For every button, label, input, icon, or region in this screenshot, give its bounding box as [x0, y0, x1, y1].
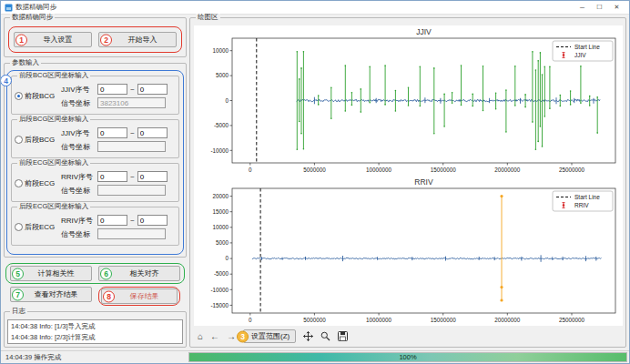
- svg-text:JJIV: JJIV: [574, 52, 586, 58]
- rriv-from-spinbox[interactable]: [97, 215, 127, 226]
- svg-text:RRIV: RRIV: [414, 177, 433, 187]
- svg-text:5000000: 5000000: [303, 317, 326, 323]
- rear-ecg-coord-field[interactable]: [97, 228, 166, 239]
- jjiv-plot[interactable]: 0500000010000000150000002000000025000000…: [194, 25, 623, 176]
- sync-group-title: 数据精确同步: [10, 14, 55, 21]
- progress-bar: 100%: [188, 352, 627, 362]
- svg-text:15000000: 15000000: [431, 167, 457, 173]
- window-controls: ─ ☐ ✕: [574, 1, 625, 14]
- rear-bcg-radio-label: 后段BCG: [25, 135, 55, 145]
- jjiv-index-label: JJIV序号: [61, 85, 95, 95]
- view-align-result-label: 查看对齐结果: [35, 289, 78, 299]
- rear-ecg-radio[interactable]: 后段ECG: [15, 222, 58, 232]
- front-ecg-coord-field[interactable]: [97, 185, 166, 196]
- maximize-button[interactable]: ☐: [591, 1, 608, 14]
- home-icon[interactable]: ⌂: [198, 332, 203, 341]
- svg-text:25000000: 25000000: [559, 317, 585, 323]
- jjiv-from-spinbox[interactable]: [97, 84, 127, 95]
- plot-toolbar: ⌂ ← → 3 设置范围(Z): [198, 328, 348, 345]
- svg-text:10000000: 10000000: [366, 317, 392, 323]
- range-tilde: ~: [130, 173, 135, 181]
- main-area: 数据精确同步 1 导入设置 2 开始导入 参数输入 4: [1, 15, 629, 350]
- import-settings-label: 导入设置: [44, 35, 73, 45]
- left-panel: 数据精确同步 1 导入设置 2 开始导入 参数输入 4: [4, 17, 187, 348]
- annotation-box-params: 4 前段BCG区间坐标输入 前段BCG JJIV序号: [6, 70, 184, 255]
- annotation-badge-8: 8: [103, 290, 115, 302]
- log-output: 14:04:38 Info: [1/3]导入完成 14:04:38 Info: …: [7, 319, 183, 344]
- front-bcg-coord-field[interactable]: [97, 97, 166, 108]
- svg-text:10000: 10000: [212, 47, 229, 54]
- front-ecg-section: 前段ECG区间坐标输入 前段ECG RRIV序号 ~: [11, 163, 179, 202]
- svg-text:0: 0: [225, 255, 229, 261]
- import-settings-button[interactable]: 1 导入设置: [14, 32, 92, 47]
- svg-text:20000000: 20000000: [494, 317, 521, 323]
- svg-text:0: 0: [249, 317, 252, 323]
- radio-dot-icon: [15, 223, 23, 231]
- svg-text:RRIV: RRIV: [574, 202, 589, 208]
- params-group-title: 参数输入: [10, 59, 41, 66]
- front-ecg-section-title: 前段ECG区间坐标输入: [17, 159, 90, 167]
- rriv-index-label: RRIV序号: [61, 216, 95, 226]
- svg-text:5000000: 5000000: [303, 167, 326, 173]
- save-result-button[interactable]: 8 保存结果: [101, 288, 178, 304]
- front-ecg-radio[interactable]: 前段ECG: [15, 178, 58, 188]
- radio-dot-icon: [15, 136, 23, 144]
- log-line: 14:04:38 Info: [2/3]计算完成: [11, 332, 179, 343]
- actions-row-2: 7 查看对齐结果 8 保存结果: [5, 287, 185, 306]
- annotation-badge-6: 6: [100, 268, 112, 279]
- signal-coord-label: 信号坐标: [61, 229, 95, 239]
- annotation-box-save: 8 保存结果: [98, 287, 180, 306]
- rriv-to-spinbox[interactable]: [137, 215, 168, 226]
- calc-correlation-button[interactable]: 5 计算相关性: [10, 266, 92, 281]
- rriv-from-spinbox[interactable]: [97, 171, 127, 182]
- forward-arrow-icon[interactable]: →: [227, 332, 236, 341]
- status-message: 14:04:39 操作完成: [5, 353, 61, 362]
- rriv-index-label: RRIV序号: [61, 172, 95, 182]
- correlation-align-button[interactable]: 6 相关对齐: [98, 266, 180, 281]
- minimize-button[interactable]: ─: [574, 1, 591, 14]
- svg-text:5000: 5000: [216, 72, 229, 78]
- signal-coord-label: 信号坐标: [61, 142, 95, 152]
- svg-text:JJIV: JJIV: [416, 27, 432, 36]
- jjiv-to-spinbox[interactable]: [137, 127, 168, 138]
- rear-bcg-radio[interactable]: 后段BCG: [15, 135, 58, 145]
- rear-bcg-coord-field[interactable]: [97, 141, 166, 152]
- pan-icon[interactable]: [303, 331, 313, 341]
- svg-text:-15000: -15000: [210, 302, 229, 308]
- back-arrow-icon[interactable]: ←: [210, 332, 219, 341]
- statusbar: 14:04:39 操作完成 100%: [1, 350, 629, 363]
- view-align-result-button[interactable]: 7 查看对齐结果: [10, 287, 92, 302]
- set-range-button[interactable]: 3 设置范围(Z): [243, 329, 296, 343]
- rear-bcg-section: 后段BCG区间坐标输入 后段BCG JJIV序号 ~: [11, 119, 179, 158]
- start-import-label: 开始导入: [128, 35, 158, 45]
- rriv-plot[interactable]: 0500000010000000150000002000000025000000…: [194, 176, 623, 326]
- svg-text:-5000: -5000: [214, 270, 229, 277]
- start-import-button[interactable]: 2 开始导入: [98, 32, 177, 47]
- calc-correlation-label: 计算相关性: [38, 268, 75, 278]
- save-result-label: 保存结果: [130, 291, 159, 301]
- front-ecg-radio-label: 前段ECG: [25, 178, 55, 188]
- rear-bcg-section-title: 后段BCG区间坐标输入: [17, 116, 90, 123]
- rriv-to-spinbox[interactable]: [137, 171, 168, 182]
- params-groupbox: 参数输入 4 前段BCG区间坐标输入 前段BCG JJIV序号: [4, 63, 187, 258]
- close-button[interactable]: ✕: [608, 1, 625, 14]
- plot-area-title: 绘图区: [196, 14, 220, 21]
- app-icon: [5, 4, 13, 12]
- log-line: 14:04:39 Info: [3/3]绘图完成: [11, 342, 179, 344]
- save-icon[interactable]: [338, 331, 348, 341]
- annotation-box-correlation: 5 计算相关性 6 相关对齐: [5, 263, 185, 284]
- front-bcg-radio[interactable]: 前段BCG: [15, 91, 58, 101]
- jjiv-from-spinbox[interactable]: [97, 127, 127, 138]
- progress-percent: 100%: [399, 353, 416, 361]
- annotation-badge-7: 7: [12, 288, 24, 300]
- front-bcg-radio-label: 前段BCG: [25, 91, 55, 101]
- front-bcg-section: 前段BCG区间坐标输入 前段BCG JJIV序号 ~: [11, 76, 179, 115]
- plot-area-groupbox: 绘图区 050000001000000015000000200000002500…: [189, 17, 626, 348]
- annotation-badge-3: 3: [237, 330, 249, 342]
- log-group-title: 日志: [10, 308, 27, 315]
- zoom-icon[interactable]: [320, 331, 330, 341]
- svg-text:15000000: 15000000: [431, 317, 457, 323]
- jjiv-to-spinbox[interactable]: [137, 84, 168, 95]
- range-tilde: ~: [130, 86, 135, 94]
- correlation-align-label: 相关对齐: [130, 268, 159, 278]
